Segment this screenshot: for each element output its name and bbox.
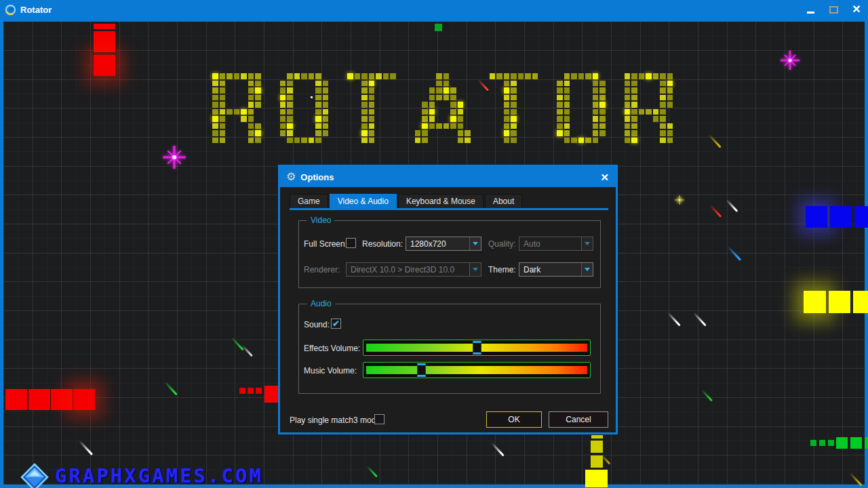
title-pixel-block — [220, 95, 226, 101]
title-pixel-block — [309, 73, 315, 79]
theme-label: Theme: — [488, 265, 516, 274]
title-pixel-block — [323, 95, 329, 101]
title-pixel-block — [255, 138, 261, 144]
title-pixel-block — [504, 130, 510, 136]
title-pixel-block — [422, 138, 428, 144]
resolution-select[interactable]: 868x488 — [406, 237, 481, 251]
title-pixel-block — [220, 123, 226, 129]
tab-game[interactable]: Game — [290, 194, 328, 208]
title-pixel-block — [660, 81, 666, 87]
title-pixel-block — [660, 95, 666, 101]
title-pixel-block — [212, 130, 218, 136]
title-pixel-block — [361, 73, 368, 79]
title-pixel-block — [315, 87, 321, 94]
quality-select[interactable]: Auto — [519, 237, 593, 251]
title-pixel-block — [571, 138, 577, 144]
window-title: Rotator — [20, 5, 52, 15]
title-pixel-block — [631, 102, 637, 108]
title-pixel-block — [593, 102, 599, 108]
title-pixel-block — [361, 95, 368, 101]
title-pixel-block — [599, 130, 606, 136]
dialog-titlebar[interactable]: ⚙ Options — [280, 167, 616, 187]
sound-label: Sound: — [304, 320, 330, 329]
title-pixel-block — [294, 138, 300, 144]
title-pixel-block — [443, 123, 450, 129]
dialog-close-icon[interactable]: ✕ — [600, 171, 609, 184]
title-pixel-block — [557, 130, 563, 136]
close-icon[interactable]: ✕ — [850, 3, 863, 16]
title-pixel-block — [631, 81, 637, 87]
theme-select[interactable]: Dark — [519, 262, 593, 277]
cancel-button[interactable]: Cancel — [549, 411, 608, 428]
title-pixel-block — [220, 73, 226, 79]
red-block — [94, 55, 115, 76]
title-pixel-block — [593, 116, 599, 122]
title-pixel-block — [436, 123, 442, 129]
title-pixel-block — [323, 87, 329, 94]
title-pixel-block — [443, 87, 450, 94]
title-pixel-block — [625, 109, 631, 115]
title-pixel-block — [361, 81, 368, 87]
title-pixel-block — [226, 73, 233, 79]
minimize-icon[interactable] — [804, 3, 816, 16]
title-pixel-block — [593, 138, 599, 144]
tab-video-audio[interactable]: Video & Audio — [330, 194, 397, 208]
sound-checkbox[interactable]: ✔ — [331, 319, 341, 329]
title-pixel-block — [557, 102, 563, 108]
slider-thumb[interactable] — [473, 341, 481, 354]
title-pixel-block — [255, 130, 261, 136]
green-block — [810, 440, 816, 446]
title-pixel-block — [361, 123, 368, 129]
title-pixel-block — [646, 73, 652, 79]
title-pixel-block — [667, 102, 673, 108]
title-pixel-block — [315, 123, 321, 129]
title-pixel-block — [625, 130, 631, 136]
title-pixel-block — [511, 81, 517, 87]
resolution-label: Resolution: — [362, 239, 403, 249]
title-pixel-block — [660, 109, 666, 115]
maximize-icon[interactable] — [827, 3, 840, 16]
match3-checkbox[interactable]: ✔ — [374, 414, 384, 424]
ok-button[interactable]: OK — [486, 411, 542, 428]
title-pixel-block — [458, 109, 464, 115]
title-pixel-block — [212, 95, 218, 101]
title-pixel-block — [518, 73, 524, 79]
title-pixel-block — [667, 73, 673, 79]
title-pixel-block — [369, 102, 375, 108]
title-pixel-block — [646, 109, 652, 115]
red-block — [94, 24, 115, 29]
title-pixel-block — [450, 116, 456, 122]
title-pixel-block — [585, 138, 591, 144]
red-block — [73, 389, 95, 410]
renderer-select[interactable]: DirectX 10.0 > Direct3D 10.0 — [346, 262, 481, 277]
title-pixel-block — [255, 95, 261, 101]
title-pixel-block — [323, 123, 329, 129]
full-screen-checkbox[interactable]: ✔ — [346, 238, 356, 248]
brand-logo[interactable]: GRAPHXGAMES.COM — [20, 462, 263, 488]
slider-track — [366, 366, 587, 374]
effects-volume-label: Effects Volume: — [304, 344, 360, 353]
title-pixel-block — [280, 81, 286, 87]
title-pixel-block — [443, 81, 450, 87]
quality-label: Quality: — [488, 239, 516, 249]
website-link[interactable]: GRAPHXGAMES.COM — [55, 464, 263, 488]
title-pixel-block — [323, 116, 329, 122]
title-pixel-block — [625, 138, 631, 144]
red-block — [94, 31, 115, 52]
tab-keyboard-mouse[interactable]: Keyboard & Mouse — [398, 194, 484, 208]
title-pixel-block — [212, 123, 218, 129]
effects-volume-slider[interactable] — [363, 340, 591, 356]
slider-thumb[interactable] — [417, 363, 426, 377]
yellow-block — [853, 291, 868, 313]
title-pixel-block — [226, 109, 233, 115]
tab-about[interactable]: About — [485, 194, 522, 208]
green-block — [828, 440, 834, 446]
title-pixel-block — [212, 138, 218, 144]
title-pixel-block — [255, 87, 261, 94]
title-pixel-block — [557, 116, 563, 122]
title-pixel-block — [390, 73, 396, 79]
red-block — [239, 388, 245, 394]
title-pixel-block — [248, 130, 254, 136]
green-block — [435, 24, 442, 31]
music-volume-slider[interactable] — [363, 362, 591, 378]
